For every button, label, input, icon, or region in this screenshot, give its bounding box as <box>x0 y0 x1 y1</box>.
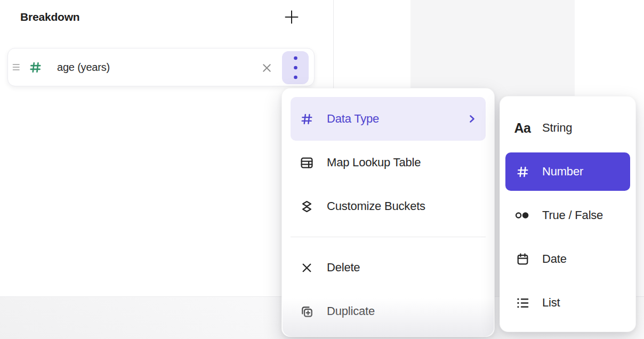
plus-icon <box>284 9 300 25</box>
menu-item-label: Customize Buckets <box>327 199 425 213</box>
kebab-menu-icon <box>293 55 298 80</box>
duplicate-icon <box>299 304 314 319</box>
chevron-right-icon <box>466 114 477 124</box>
field-context-menu: Data Type Map Lookup Table Customize Buc… <box>281 88 495 337</box>
boolean-circles-icon <box>514 207 531 223</box>
hash-icon <box>299 111 314 126</box>
menu-item-label: Data Type <box>327 112 379 126</box>
hash-icon <box>514 164 531 180</box>
menu-item-delete[interactable]: Delete <box>291 246 486 289</box>
layers-icon <box>299 199 314 214</box>
submenu-item-string[interactable]: Aa String <box>505 106 630 150</box>
field-chip-label: age (years) <box>57 61 110 74</box>
submenu-item-label: Date <box>542 252 567 266</box>
calendar-icon <box>514 251 531 267</box>
submenu-item-label: True / False <box>542 208 603 222</box>
menu-item-label: Delete <box>327 261 360 275</box>
drag-handle-icon[interactable] <box>12 62 20 72</box>
menu-item-customize-buckets[interactable]: Customize Buckets <box>291 184 486 228</box>
menu-item-duplicate[interactable]: Duplicate <box>291 289 486 333</box>
kebab-menu-button[interactable] <box>282 51 309 84</box>
submenu-item-list[interactable]: List <box>505 281 630 325</box>
submenu-item-number[interactable]: Number <box>505 152 630 191</box>
submenu-item-label: List <box>542 296 560 310</box>
submenu-item-label: Number <box>542 165 583 179</box>
submenu-item-label: String <box>542 121 572 135</box>
menu-item-map-lookup-table[interactable]: Map Lookup Table <box>291 141 486 184</box>
submenu-item-true-false[interactable]: True / False <box>505 193 630 237</box>
data-type-submenu: Aa String Number True / False Date <box>500 96 636 332</box>
number-hash-icon <box>28 60 43 75</box>
menu-item-label: Map Lookup Table <box>327 156 421 170</box>
x-icon <box>299 260 314 275</box>
menu-divider <box>291 237 486 237</box>
menu-item-data-type[interactable]: Data Type <box>291 97 486 141</box>
list-icon <box>514 295 531 311</box>
page-title: Breakdown <box>20 10 79 25</box>
breakdown-field-chip[interactable]: age (years) <box>7 48 315 86</box>
string-Aa-icon: Aa <box>514 120 531 136</box>
table-icon <box>299 155 314 170</box>
add-breakdown-button[interactable] <box>283 9 300 26</box>
submenu-item-date[interactable]: Date <box>505 237 630 281</box>
close-icon[interactable] <box>256 57 277 78</box>
menu-item-label: Duplicate <box>327 304 375 318</box>
